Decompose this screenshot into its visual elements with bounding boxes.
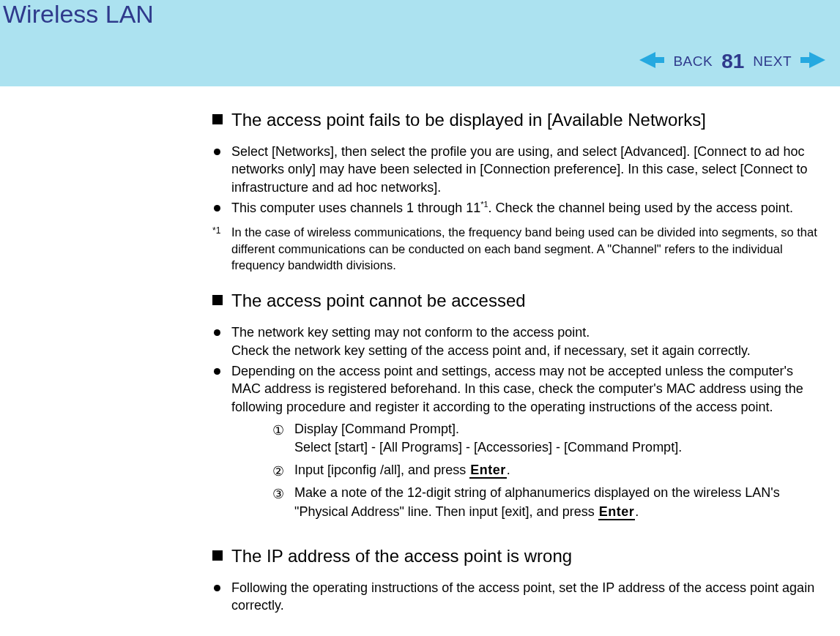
list-item-text: Depending on the access point and settin…: [231, 364, 803, 414]
footnote-text: In the case of wireless communications, …: [231, 224, 819, 273]
step-text-pre: Input [ipconfig /all], and press: [294, 463, 469, 477]
square-bullet-icon: [212, 550, 223, 561]
page-title: Wireless LAN: [3, 0, 154, 29]
list-item-line2: Check the network key setting of the acc…: [231, 343, 751, 358]
arrow-left-icon[interactable]: [639, 52, 664, 71]
section-heading-1: The access point fails to be displayed i…: [212, 108, 819, 131]
back-button[interactable]: BACK: [673, 53, 713, 70]
arrow-right-icon[interactable]: [800, 52, 825, 71]
page-header: Wireless LAN BACK 81 NEXT: [0, 0, 840, 86]
enter-key: Enter: [598, 504, 636, 520]
step-line2: Select [start] - [All Programs] - [Acces…: [294, 440, 682, 454]
step-item: ② Input [ipconfig /all], and press Enter…: [272, 461, 819, 479]
section-heading-2-text: The access point cannot be accessed: [231, 289, 526, 312]
step-text-post: .: [635, 504, 639, 519]
section-heading-3: The IP address of the access point is wr…: [212, 545, 819, 567]
square-bullet-icon: [212, 295, 223, 305]
list-item-text-pre: This computer uses channels 1 through 11: [231, 201, 480, 215]
section-3-list: Following the operating instructions of …: [212, 579, 819, 615]
circled-number-icon: ②: [272, 463, 284, 481]
step-line1: Display [Command Prompt].: [294, 422, 459, 436]
content-area: The access point fails to be displayed i…: [0, 86, 840, 615]
list-item-text-post: . Check the channel being used by the ac…: [488, 201, 793, 215]
list-item: Select [Networks], then select the profi…: [212, 143, 819, 196]
enter-key: Enter: [469, 463, 507, 479]
list-item: This computer uses channels 1 through 11…: [212, 199, 819, 217]
list-item: Following the operating instructions of …: [212, 579, 819, 615]
list-item-text: Select [Networks], then select the profi…: [231, 144, 807, 195]
footnote: *1 In the case of wireless communication…: [212, 224, 819, 273]
page-nav: BACK 81 NEXT: [639, 50, 825, 73]
section-heading-2: The access point cannot be accessed: [212, 289, 819, 312]
page-number: 81: [721, 50, 744, 73]
step-item: ① Display [Command Prompt]. Select [star…: [272, 420, 819, 457]
list-item-text: Following the operating instructions of …: [231, 580, 814, 613]
step-text-post: .: [507, 463, 510, 477]
circled-number-icon: ③: [272, 485, 284, 504]
square-bullet-icon: [212, 114, 223, 124]
section-heading-3-text: The IP address of the access point is wr…: [231, 545, 572, 567]
list-item: The network key setting may not conform …: [212, 323, 819, 359]
superscript-ref: *1: [480, 200, 488, 209]
section-2-list: The network key setting may not conform …: [212, 323, 819, 520]
footnote-marker: *1: [212, 224, 231, 236]
step-item: ③ Make a note of the 12-digit string of …: [272, 484, 819, 520]
next-button[interactable]: NEXT: [753, 53, 792, 70]
section-heading-1-text: The access point fails to be displayed i…: [231, 108, 706, 131]
steps-list: ① Display [Command Prompt]. Select [star…: [231, 420, 819, 521]
circled-number-icon: ①: [272, 422, 284, 440]
section-1-list: Select [Networks], then select the profi…: [212, 143, 819, 217]
step-text-pre: Make a note of the 12-digit string of al…: [294, 485, 780, 518]
list-item: Depending on the access point and settin…: [212, 362, 819, 521]
list-item-line1: The network key setting may not conform …: [231, 325, 590, 340]
